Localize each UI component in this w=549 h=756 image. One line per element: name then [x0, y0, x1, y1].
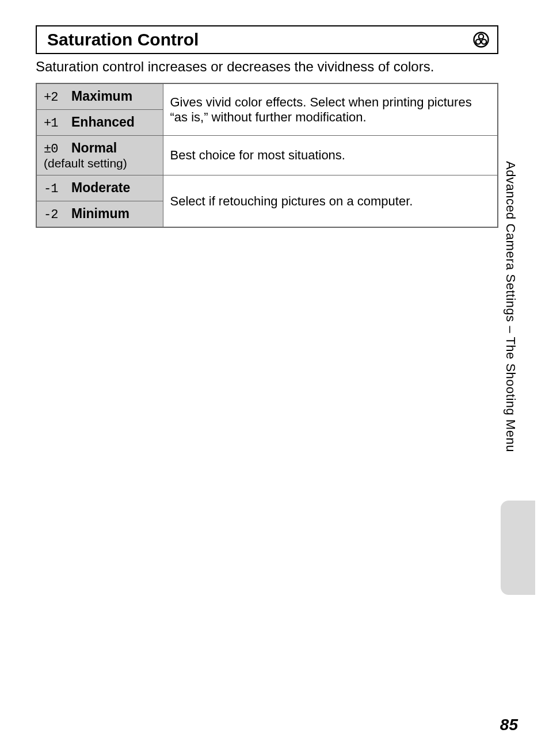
option-name: Enhanced	[71, 114, 135, 130]
svg-point-2	[476, 39, 481, 44]
section-title: Saturation Control	[47, 30, 199, 49]
side-thumb-tab	[501, 501, 535, 595]
option-label-maximum: +2 Maximum	[36, 83, 163, 110]
desc-retouch: Select if retouching pictures on a compu…	[163, 175, 498, 228]
table-row: ±0 Normal (default setting) Best choice …	[36, 136, 498, 175]
desc-vivid: Gives vivid color effects. Select when p…	[163, 83, 498, 136]
desc-normal: Best choice for most situations.	[163, 136, 498, 175]
page: Saturation Control Saturation control in…	[0, 0, 549, 756]
option-label-minimum: -2 Minimum	[36, 201, 163, 228]
page-number: 85	[500, 716, 518, 734]
option-name: Maximum	[71, 89, 132, 104]
glyph-pm0: ±0	[44, 142, 58, 156]
svg-point-1	[479, 34, 483, 39]
glyph-plus1: +1	[44, 116, 58, 131]
option-sub: (default setting)	[44, 156, 156, 170]
saturation-icon	[473, 32, 489, 48]
option-name: Minimum	[71, 206, 129, 222]
glyph-minus1: -1	[44, 182, 58, 196]
options-table: +2 Maximum Gives vivid color effects. Se…	[36, 83, 498, 228]
option-label-enhanced: +1 Enhanced	[36, 110, 163, 136]
svg-point-3	[482, 39, 486, 44]
content-area: Saturation Control Saturation control in…	[36, 25, 498, 228]
glyph-minus2: -2	[44, 208, 58, 222]
option-label-normal: ±0 Normal (default setting)	[36, 136, 163, 175]
section-header: Saturation Control	[36, 25, 498, 54]
table-row: -1 Moderate Select if retouching picture…	[36, 175, 498, 201]
option-name: Normal	[71, 140, 117, 156]
option-name: Moderate	[71, 180, 130, 196]
option-label-moderate: -1 Moderate	[36, 175, 163, 201]
table-row: +2 Maximum Gives vivid color effects. Se…	[36, 83, 498, 110]
intro-text: Saturation control increases or decrease…	[36, 59, 498, 75]
side-section-label: Advanced Camera Settings – The Shooting …	[503, 161, 518, 452]
glyph-plus2: +2	[44, 90, 58, 105]
